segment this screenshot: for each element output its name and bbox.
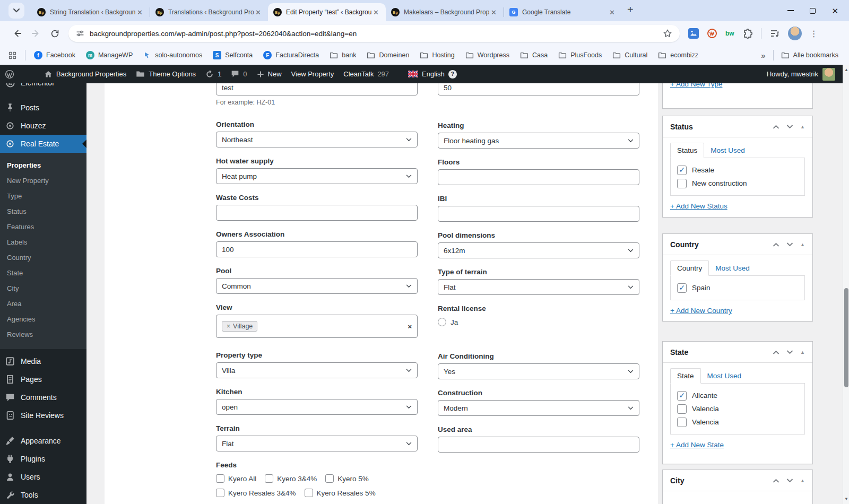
add-new-status-link[interactable]: + Add New Status (670, 202, 727, 210)
new-tab-button[interactable]: + (622, 4, 641, 18)
reference-input[interactable]: test (216, 83, 418, 95)
sidebar-item-real-estate[interactable]: Real Estate (0, 135, 86, 153)
chrome-menu-icon[interactable]: ⋮ (810, 29, 818, 39)
checkbox[interactable] (305, 489, 313, 497)
sidebar-item-plugins[interactable]: Plugins (0, 450, 86, 468)
site-name-menu[interactable]: Background Properties (39, 65, 131, 83)
updates-menu[interactable]: 1 (201, 65, 226, 83)
bookmark-star-icon[interactable] (663, 29, 672, 38)
feed-kyero-resales-5[interactable]: Kyero Resales 5% (305, 486, 376, 499)
submenu-features[interactable]: Features (0, 219, 86, 234)
feed-kyero-all[interactable]: Kyero All (216, 472, 256, 485)
checkbox-checked[interactable] (677, 283, 687, 293)
collapse-icon[interactable]: ▲ (800, 350, 805, 355)
submenu-type[interactable]: Type (0, 188, 86, 204)
pool-dimensions-select[interactable]: 6x12m (438, 242, 639, 258)
move-up-icon[interactable] (773, 242, 779, 247)
checkbox[interactable] (325, 474, 334, 483)
submenu-city[interactable]: City (0, 281, 86, 296)
view-tag-village[interactable]: ×Village (222, 321, 257, 332)
checkbox[interactable] (216, 474, 224, 483)
state-option-valencia-2[interactable]: Valencia (677, 415, 798, 429)
add-new-state-link[interactable]: + Add New State (670, 441, 724, 449)
clear-field-icon[interactable]: × (408, 323, 412, 331)
cleantalk-menu[interactable]: CleanTalk 297 (339, 65, 394, 83)
checkbox-checked[interactable] (677, 166, 687, 175)
tab-close-icon[interactable]: ✕ (489, 8, 498, 16)
checkbox[interactable] (216, 489, 224, 497)
country-option-spain[interactable]: Spain (677, 281, 798, 294)
heating-select[interactable]: Floor heating gas (438, 133, 639, 149)
add-new-country-link[interactable]: + Add New Country (670, 307, 732, 315)
minimize-button[interactable] (787, 10, 794, 11)
owners-association-input[interactable]: 100 (216, 241, 418, 257)
tab-state-most-used[interactable]: Most Used (701, 369, 748, 383)
tab-close-icon[interactable]: ✕ (254, 8, 263, 16)
submenu-labels[interactable]: Labels (0, 234, 86, 250)
tab-state-all[interactable]: State (670, 368, 701, 384)
add-new-type-link[interactable]: + Add New Type (670, 83, 722, 88)
site-info-icon[interactable] (76, 29, 84, 38)
checkbox-checked[interactable] (677, 391, 687, 401)
view-multiselect[interactable]: ×Village × (216, 315, 418, 338)
bookmark-folder-hosting[interactable]: Hosting (420, 51, 454, 59)
tab-country-all[interactable]: Country (670, 260, 709, 276)
checkbox[interactable] (677, 404, 687, 414)
tab-close-icon[interactable]: ✕ (135, 8, 144, 16)
radio-button[interactable] (438, 318, 446, 326)
page-scrollbar[interactable]: ▲ ▼ (843, 65, 849, 504)
submenu-agencies[interactable]: Agencies (0, 311, 86, 327)
move-down-icon[interactable] (786, 479, 793, 483)
theme-options-menu[interactable]: Theme Options (131, 65, 201, 83)
submenu-reviews[interactable]: Reviews (0, 327, 86, 342)
wordpress-extension-icon[interactable] (707, 28, 717, 39)
account-menu[interactable]: Howdy, mwestrik (767, 68, 843, 81)
move-up-icon[interactable] (773, 479, 779, 483)
browser-tab-5[interactable]: G Google Translate ✕ (504, 3, 622, 21)
remove-tag-icon[interactable]: × (227, 323, 230, 330)
checkbox[interactable] (677, 179, 687, 188)
floors-input[interactable] (438, 169, 639, 185)
comments-menu[interactable]: 0 (226, 65, 252, 83)
state-option-valencia-1[interactable]: Valencia (677, 402, 798, 415)
bookmark-folder-plusfoods[interactable]: PlusFoods (558, 51, 602, 59)
bookmark-managewp[interactable]: mManageWP (86, 51, 133, 59)
ibi-input[interactable] (438, 206, 639, 222)
language-switcher-menu[interactable]: English ? (403, 65, 462, 83)
bookmark-folder-wordpress[interactable]: Wordpress (465, 51, 509, 59)
tab-country-most-used[interactable]: Most Used (709, 261, 756, 275)
bookmark-selfconta[interactable]: SSelfconta (213, 51, 253, 59)
orientation-select[interactable]: Northeast (216, 132, 418, 147)
bookmark-facturadirecta[interactable]: FFacturaDirecta (263, 51, 319, 59)
feed-kyero-resales-34[interactable]: Kyero Resales 3&4% (216, 486, 296, 499)
back-button[interactable] (7, 29, 27, 38)
new-content-menu[interactable]: New (252, 65, 287, 83)
submenu-state[interactable]: State (0, 265, 86, 281)
state-option-alicante[interactable]: Alicante (677, 389, 798, 402)
profile-avatar[interactable] (788, 27, 802, 40)
browser-tab-2[interactable]: Bp Translations ‹ Background Prop ✕ (150, 3, 268, 21)
address-bar[interactable]: backgroundproperties.com/wp-admin/post.p… (68, 25, 680, 42)
apps-grid-icon[interactable] (8, 51, 16, 59)
sidebar-item-elementor[interactable]: Elementor (0, 83, 86, 90)
browser-tab-1[interactable]: Bp String Translation ‹ Background ✕ (32, 3, 150, 21)
tab-status-most-used[interactable]: Most Used (704, 143, 751, 158)
bookmark-folder-domeinen[interactable]: Domeinen (367, 51, 409, 59)
move-down-icon[interactable] (786, 242, 793, 247)
scroll-up-icon[interactable]: ▲ (843, 67, 849, 72)
kitchen-select[interactable]: open (216, 399, 418, 415)
rental-license-option[interactable]: Ja (438, 316, 639, 328)
maximize-button[interactable] (810, 8, 816, 14)
tab-close-icon[interactable]: ✕ (371, 8, 380, 16)
forward-button[interactable] (27, 29, 46, 38)
bw-extension-icon[interactable]: bw (725, 30, 734, 37)
close-button[interactable]: ✕ (831, 7, 838, 15)
help-icon[interactable]: ? (448, 70, 457, 79)
tab-close-icon[interactable]: ✕ (608, 8, 617, 16)
checkbox[interactable] (265, 474, 273, 483)
move-up-icon[interactable] (773, 350, 779, 354)
reload-button[interactable] (46, 29, 64, 38)
move-up-icon[interactable] (773, 125, 779, 129)
scroll-down-icon[interactable]: ▼ (843, 497, 849, 501)
sidebar-item-tools[interactable]: Tools (0, 486, 86, 504)
